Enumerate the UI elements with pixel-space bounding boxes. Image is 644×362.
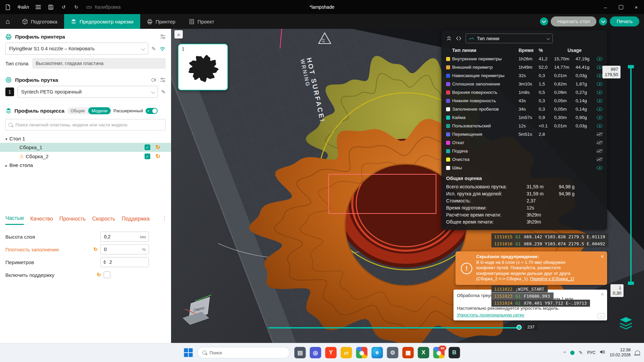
main-menu-icon[interactable]	[36, 5, 41, 9]
settings-tab[interactable]: Прочность	[59, 216, 86, 225]
minimize-notice-icon[interactable]: –	[598, 313, 604, 318]
visibility-eye-icon[interactable]	[597, 149, 602, 153]
tree-offplate[interactable]: Вне стола	[0, 161, 171, 169]
reset-icon[interactable]: ↻	[97, 272, 101, 278]
taskbar-app-icon[interactable]: B	[449, 347, 460, 358]
edit-printer-icon[interactable]: ✎	[152, 46, 156, 52]
layers-stack-icon[interactable]	[619, 316, 633, 330]
move-slider-handle[interactable]	[517, 325, 522, 330]
tune-icon[interactable]	[160, 77, 166, 83]
move-slider[interactable]	[268, 327, 519, 328]
print-button[interactable]: Печать	[610, 16, 639, 26]
visibility-eye-icon[interactable]	[597, 107, 602, 111]
tree-item[interactable]: ⚠ Сборка_1 ↻	[0, 143, 171, 152]
maximize-button[interactable]	[613, 0, 629, 14]
advanced-toggle[interactable]	[146, 108, 158, 114]
more-tabs-icon[interactable]: ⋮	[162, 215, 167, 221]
clock[interactable]: 12:38 10.02.2026	[609, 348, 631, 358]
taskbar-app-icon[interactable]: ▤	[294, 347, 306, 358]
visibility-eye-icon[interactable]	[597, 90, 602, 94]
caret-down-icon[interactable]	[5, 136, 7, 141]
filament-select[interactable]: Syntech PETG прозрачный	[17, 86, 158, 98]
tree-item[interactable]: ⚠ Сборка_2 ↻	[0, 152, 171, 161]
caret-right-icon[interactable]	[5, 162, 7, 168]
checkbox-checked[interactable]	[145, 144, 150, 150]
slice-dropdown-button[interactable]	[540, 17, 548, 25]
plate-thumbnail[interactable]: 1	[178, 44, 228, 90]
taskbar-app-icon[interactable]: ▦	[402, 347, 414, 358]
taskbar-app-icon[interactable]: ⚙	[387, 347, 398, 358]
undo-icon[interactable]: ↺	[60, 4, 66, 10]
layer-height-input[interactable]: мм	[100, 232, 149, 242]
layer-slider[interactable]	[630, 66, 632, 284]
taskbar-app-icon[interactable]: X	[418, 347, 429, 358]
settings-tab[interactable]: Качество	[30, 216, 53, 225]
file-menu[interactable]: Файл	[17, 4, 29, 10]
collapse-panel-icon[interactable]	[446, 36, 452, 41]
layer-slider-top-handle[interactable]	[628, 65, 634, 68]
close-warning-icon[interactable]: ×	[601, 253, 604, 259]
taskbar-app-icon[interactable]: ▱	[341, 347, 352, 358]
visibility-eye-icon[interactable]	[597, 65, 602, 69]
visibility-eye-icon[interactable]	[597, 132, 602, 136]
tab-printer[interactable]: Принтер	[140, 14, 182, 29]
infill-field[interactable]	[103, 246, 141, 252]
home-button[interactable]: ⌂	[0, 14, 15, 29]
close-notice-icon[interactable]: ×	[601, 292, 604, 297]
taskbar-app-icon[interactable]: Y	[325, 347, 337, 358]
process-scope-segment[interactable]: Общие Модели	[67, 107, 111, 114]
printer-select[interactable]: FlyingBear S1 0.4 nozzle – Копировать	[5, 43, 148, 55]
start-button[interactable]	[184, 348, 193, 357]
save-icon[interactable]	[48, 4, 54, 10]
settings-tab[interactable]: Поддержка	[122, 216, 150, 225]
collapse-sidebar-button[interactable]	[174, 30, 183, 39]
tab-project[interactable]: Проект	[182, 14, 221, 29]
add-filament-icon[interactable]	[151, 77, 157, 83]
bed-type-select[interactable]: Высокотемп. гладкая пластина	[32, 58, 166, 69]
stepper-arrows-icon[interactable]	[103, 260, 106, 264]
print-dropdown-button[interactable]	[599, 17, 607, 25]
calibration-button[interactable]: Калибровка	[86, 4, 120, 10]
orientation-cube[interactable]: Сверху	[184, 296, 215, 324]
reset-icon[interactable]: ↻	[93, 246, 98, 252]
sync-icon[interactable]: ↻	[156, 144, 160, 151]
slice-plate-button[interactable]: Нарезать стол	[551, 16, 597, 26]
model-search[interactable]	[5, 119, 166, 130]
notifications-icon[interactable]	[635, 351, 640, 355]
taskbar-app-icon[interactable]: e	[372, 347, 383, 358]
view-mode-select[interactable]: Тип линии	[466, 34, 553, 43]
taskbar-app-icon[interactable]: ◉	[356, 347, 368, 358]
goto-assembly-link[interactable]: Перейти к [Сборка_1]	[530, 276, 574, 281]
visibility-eye-icon[interactable]	[597, 82, 602, 86]
antivirus-tray-icon[interactable]	[570, 351, 575, 355]
visibility-eye-icon[interactable]	[597, 116, 602, 119]
gcode-view-icon[interactable]	[456, 36, 462, 41]
infill-input[interactable]: %	[100, 244, 149, 254]
tab-preview[interactable]: Предпросмотр нарезки	[64, 14, 140, 29]
segment-global[interactable]: Общие	[67, 107, 88, 114]
simplify-mesh-link[interactable]: Упростить полигональную сетку	[457, 312, 524, 317]
settings-tab[interactable]: Скорость	[92, 216, 115, 225]
tray-expand-icon[interactable]: ^	[564, 350, 566, 355]
visibility-eye-icon[interactable]	[597, 57, 602, 61]
visibility-eye-icon[interactable]	[597, 141, 602, 144]
settings-tab[interactable]: Частые	[5, 215, 24, 225]
segment-objects[interactable]: Модели	[88, 107, 111, 114]
support-checkbox[interactable]	[104, 272, 110, 278]
search-input[interactable]	[15, 122, 163, 128]
pen-tray-icon[interactable]: ✎	[579, 350, 583, 355]
walls-stepper[interactable]	[100, 257, 149, 267]
visibility-eye-icon[interactable]	[597, 158, 602, 161]
visibility-eye-icon[interactable]	[597, 74, 602, 77]
edit-filament-icon[interactable]: ✎	[161, 89, 166, 95]
layer-slider-bottom-handle[interactable]	[628, 282, 634, 285]
volume-icon[interactable]	[600, 350, 605, 356]
taskbar-app-icon[interactable]: ◎	[310, 347, 321, 358]
visibility-eye-icon[interactable]	[597, 99, 602, 103]
redo-icon[interactable]: ↻	[73, 4, 79, 10]
tune-icon[interactable]	[160, 34, 166, 40]
layer-height-field[interactable]	[103, 234, 139, 240]
checkbox-checked[interactable]	[145, 154, 150, 159]
tab-prepare[interactable]: Подготовка	[15, 14, 64, 29]
taskbar-search[interactable]: Поиск	[198, 347, 290, 358]
